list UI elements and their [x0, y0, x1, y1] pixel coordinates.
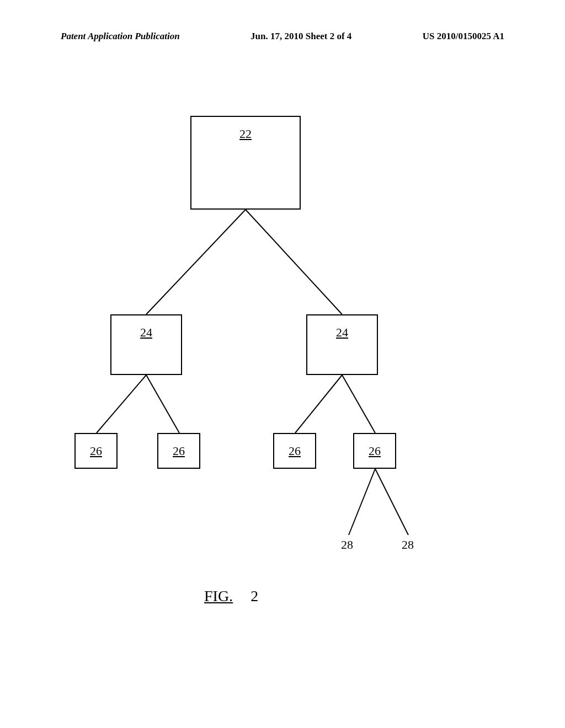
node-leaf-1: 26	[74, 433, 118, 469]
svg-line-6	[349, 469, 375, 535]
node-mid-left: 24	[110, 314, 182, 375]
svg-line-4	[295, 375, 342, 433]
header-date-sheet: Jun. 17, 2010 Sheet 2 of 4	[250, 31, 351, 42]
node-leaf-4: 26	[353, 433, 396, 469]
header-publication-type: Patent Application Publication	[61, 31, 180, 42]
figure-label: FIG.	[204, 587, 233, 604]
svg-line-3	[146, 375, 179, 433]
svg-line-0	[146, 210, 246, 314]
node-leaf-4-label: 26	[369, 444, 381, 458]
subnode-2-label: 28	[402, 538, 414, 552]
figure-number: 2	[250, 587, 258, 604]
svg-line-7	[375, 469, 408, 535]
page-header: Patent Application Publication Jun. 17, …	[0, 31, 565, 42]
figure-caption: FIG. 2	[204, 587, 258, 605]
node-mid-right: 24	[306, 314, 378, 375]
node-leaf-2: 26	[157, 433, 200, 469]
node-leaf-3-label: 26	[289, 444, 301, 458]
node-leaf-2-label: 26	[173, 444, 185, 458]
node-mid-right-label: 24	[336, 325, 348, 340]
node-mid-left-label: 24	[140, 325, 152, 340]
svg-line-2	[97, 375, 146, 433]
header-patent-number: US 2010/0150025 A1	[423, 31, 504, 42]
subnode-1-label: 28	[341, 538, 353, 552]
node-leaf-1-label: 26	[90, 444, 102, 458]
tree-diagram: 22 24 24 26 26 26 26 28 28	[0, 110, 565, 607]
svg-line-1	[246, 210, 342, 314]
node-root: 22	[190, 116, 301, 210]
svg-line-5	[342, 375, 375, 433]
node-root-label: 22	[239, 127, 252, 141]
node-leaf-3: 26	[273, 433, 316, 469]
